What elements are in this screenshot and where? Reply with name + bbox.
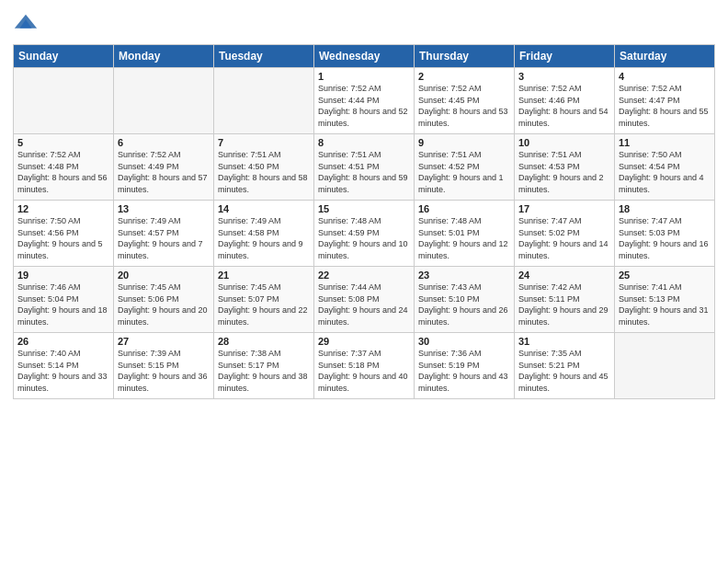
day-number: 8 bbox=[318, 137, 410, 148]
weekday-header-row: SundayMondayTuesdayWednesdayThursdayFrid… bbox=[14, 45, 715, 68]
day-number: 22 bbox=[318, 270, 410, 281]
week-row-3: 12Sunrise: 7:50 AM Sunset: 4:56 PM Dayli… bbox=[14, 201, 715, 267]
calendar-cell: 30Sunrise: 7:36 AM Sunset: 5:19 PM Dayli… bbox=[415, 333, 515, 399]
day-info: Sunrise: 7:50 AM Sunset: 4:54 PM Dayligh… bbox=[619, 149, 711, 195]
day-number: 23 bbox=[418, 270, 510, 281]
week-row-5: 26Sunrise: 7:40 AM Sunset: 5:14 PM Dayli… bbox=[14, 333, 715, 399]
day-info: Sunrise: 7:41 AM Sunset: 5:13 PM Dayligh… bbox=[619, 282, 711, 327]
day-info: Sunrise: 7:43 AM Sunset: 5:10 PM Dayligh… bbox=[418, 282, 510, 327]
calendar-cell bbox=[214, 68, 314, 134]
calendar-cell: 27Sunrise: 7:39 AM Sunset: 5:15 PM Dayli… bbox=[114, 333, 214, 399]
calendar-cell: 19Sunrise: 7:46 AM Sunset: 5:04 PM Dayli… bbox=[14, 267, 114, 333]
week-row-1: 1Sunrise: 7:52 AM Sunset: 4:44 PM Daylig… bbox=[14, 68, 715, 134]
day-info: Sunrise: 7:45 AM Sunset: 5:06 PM Dayligh… bbox=[118, 282, 210, 327]
weekday-header-friday: Friday bbox=[515, 45, 615, 68]
day-info: Sunrise: 7:45 AM Sunset: 5:07 PM Dayligh… bbox=[218, 282, 310, 327]
day-number: 20 bbox=[118, 270, 210, 281]
day-number: 3 bbox=[518, 71, 610, 82]
calendar-cell: 25Sunrise: 7:41 AM Sunset: 5:13 PM Dayli… bbox=[615, 267, 715, 333]
day-number: 5 bbox=[17, 137, 109, 148]
day-info: Sunrise: 7:51 AM Sunset: 4:53 PM Dayligh… bbox=[518, 149, 610, 195]
day-number: 28 bbox=[218, 336, 310, 347]
calendar-cell: 8Sunrise: 7:51 AM Sunset: 4:51 PM Daylig… bbox=[314, 134, 415, 201]
weekday-header-tuesday: Tuesday bbox=[214, 45, 314, 68]
day-info: Sunrise: 7:52 AM Sunset: 4:45 PM Dayligh… bbox=[418, 83, 510, 129]
day-info: Sunrise: 7:51 AM Sunset: 4:50 PM Dayligh… bbox=[218, 149, 310, 195]
day-number: 4 bbox=[619, 71, 711, 82]
calendar-cell: 6Sunrise: 7:52 AM Sunset: 4:49 PM Daylig… bbox=[114, 134, 214, 201]
calendar-cell: 4Sunrise: 7:52 AM Sunset: 4:47 PM Daylig… bbox=[615, 68, 715, 134]
day-number: 12 bbox=[17, 203, 109, 214]
day-number: 15 bbox=[318, 203, 410, 214]
day-number: 24 bbox=[518, 270, 610, 281]
day-number: 31 bbox=[518, 336, 610, 347]
day-info: Sunrise: 7:51 AM Sunset: 4:51 PM Dayligh… bbox=[318, 149, 410, 195]
calendar-cell: 10Sunrise: 7:51 AM Sunset: 4:53 PM Dayli… bbox=[515, 134, 615, 201]
day-info: Sunrise: 7:35 AM Sunset: 5:21 PM Dayligh… bbox=[518, 348, 610, 394]
day-number: 13 bbox=[118, 203, 210, 214]
day-number: 17 bbox=[518, 203, 610, 214]
calendar-cell: 11Sunrise: 7:50 AM Sunset: 4:54 PM Dayli… bbox=[615, 134, 715, 201]
calendar-table: SundayMondayTuesdayWednesdayThursdayFrid… bbox=[13, 44, 715, 399]
day-info: Sunrise: 7:39 AM Sunset: 5:15 PM Dayligh… bbox=[118, 348, 210, 394]
calendar-cell: 23Sunrise: 7:43 AM Sunset: 5:10 PM Dayli… bbox=[415, 267, 515, 333]
day-number: 25 bbox=[619, 270, 711, 281]
day-number: 10 bbox=[518, 137, 610, 148]
day-info: Sunrise: 7:38 AM Sunset: 5:17 PM Dayligh… bbox=[218, 348, 310, 394]
day-number: 2 bbox=[418, 71, 510, 82]
day-info: Sunrise: 7:49 AM Sunset: 4:57 PM Dayligh… bbox=[118, 215, 210, 261]
day-info: Sunrise: 7:52 AM Sunset: 4:49 PM Dayligh… bbox=[118, 149, 210, 195]
calendar-cell: 21Sunrise: 7:45 AM Sunset: 5:07 PM Dayli… bbox=[214, 267, 314, 333]
logo bbox=[13, 11, 42, 37]
day-info: Sunrise: 7:50 AM Sunset: 4:56 PM Dayligh… bbox=[17, 215, 109, 261]
day-info: Sunrise: 7:47 AM Sunset: 5:03 PM Dayligh… bbox=[619, 215, 711, 261]
calendar-cell: 9Sunrise: 7:51 AM Sunset: 4:52 PM Daylig… bbox=[415, 134, 515, 201]
weekday-header-sunday: Sunday bbox=[14, 45, 114, 68]
day-info: Sunrise: 7:49 AM Sunset: 4:58 PM Dayligh… bbox=[218, 215, 310, 261]
day-info: Sunrise: 7:44 AM Sunset: 5:08 PM Dayligh… bbox=[318, 282, 410, 327]
weekday-header-monday: Monday bbox=[114, 45, 214, 68]
day-info: Sunrise: 7:52 AM Sunset: 4:44 PM Dayligh… bbox=[318, 83, 410, 129]
day-number: 19 bbox=[17, 270, 109, 281]
day-info: Sunrise: 7:40 AM Sunset: 5:14 PM Dayligh… bbox=[17, 348, 109, 394]
day-info: Sunrise: 7:52 AM Sunset: 4:46 PM Dayligh… bbox=[518, 83, 610, 129]
calendar-cell: 16Sunrise: 7:48 AM Sunset: 5:01 PM Dayli… bbox=[415, 201, 515, 267]
weekday-header-thursday: Thursday bbox=[415, 45, 515, 68]
day-number: 6 bbox=[118, 137, 210, 148]
calendar-cell bbox=[14, 68, 114, 134]
logo-icon bbox=[13, 11, 39, 37]
calendar-cell: 13Sunrise: 7:49 AM Sunset: 4:57 PM Dayli… bbox=[114, 201, 214, 267]
calendar-cell: 20Sunrise: 7:45 AM Sunset: 5:06 PM Dayli… bbox=[114, 267, 214, 333]
calendar-cell: 24Sunrise: 7:42 AM Sunset: 5:11 PM Dayli… bbox=[515, 267, 615, 333]
day-number: 26 bbox=[17, 336, 109, 347]
day-number: 9 bbox=[418, 137, 510, 148]
day-info: Sunrise: 7:48 AM Sunset: 5:01 PM Dayligh… bbox=[418, 215, 510, 261]
day-info: Sunrise: 7:48 AM Sunset: 4:59 PM Dayligh… bbox=[318, 215, 410, 261]
calendar-cell: 17Sunrise: 7:47 AM Sunset: 5:02 PM Dayli… bbox=[515, 201, 615, 267]
day-info: Sunrise: 7:51 AM Sunset: 4:52 PM Dayligh… bbox=[418, 149, 510, 195]
calendar-cell: 3Sunrise: 7:52 AM Sunset: 4:46 PM Daylig… bbox=[515, 68, 615, 134]
day-info: Sunrise: 7:42 AM Sunset: 5:11 PM Dayligh… bbox=[518, 282, 610, 327]
page: SundayMondayTuesdayWednesdayThursdayFrid… bbox=[0, 0, 728, 563]
day-number: 7 bbox=[218, 137, 310, 148]
calendar-cell: 29Sunrise: 7:37 AM Sunset: 5:18 PM Dayli… bbox=[314, 333, 415, 399]
calendar-cell: 31Sunrise: 7:35 AM Sunset: 5:21 PM Dayli… bbox=[515, 333, 615, 399]
day-info: Sunrise: 7:52 AM Sunset: 4:48 PM Dayligh… bbox=[17, 149, 109, 195]
day-info: Sunrise: 7:36 AM Sunset: 5:19 PM Dayligh… bbox=[418, 348, 510, 394]
calendar-cell: 18Sunrise: 7:47 AM Sunset: 5:03 PM Dayli… bbox=[615, 201, 715, 267]
calendar-cell bbox=[114, 68, 214, 134]
day-info: Sunrise: 7:37 AM Sunset: 5:18 PM Dayligh… bbox=[318, 348, 410, 394]
calendar-cell: 22Sunrise: 7:44 AM Sunset: 5:08 PM Dayli… bbox=[314, 267, 415, 333]
day-number: 29 bbox=[318, 336, 410, 347]
calendar-cell bbox=[615, 333, 715, 399]
calendar-cell: 5Sunrise: 7:52 AM Sunset: 4:48 PM Daylig… bbox=[14, 134, 114, 201]
day-number: 30 bbox=[418, 336, 510, 347]
calendar-cell: 28Sunrise: 7:38 AM Sunset: 5:17 PM Dayli… bbox=[214, 333, 314, 399]
day-info: Sunrise: 7:52 AM Sunset: 4:47 PM Dayligh… bbox=[619, 83, 711, 129]
day-info: Sunrise: 7:46 AM Sunset: 5:04 PM Dayligh… bbox=[17, 282, 109, 327]
calendar-cell: 2Sunrise: 7:52 AM Sunset: 4:45 PM Daylig… bbox=[415, 68, 515, 134]
calendar-cell: 14Sunrise: 7:49 AM Sunset: 4:58 PM Dayli… bbox=[214, 201, 314, 267]
calendar-cell: 7Sunrise: 7:51 AM Sunset: 4:50 PM Daylig… bbox=[214, 134, 314, 201]
day-number: 11 bbox=[619, 137, 711, 148]
day-number: 18 bbox=[619, 203, 711, 214]
